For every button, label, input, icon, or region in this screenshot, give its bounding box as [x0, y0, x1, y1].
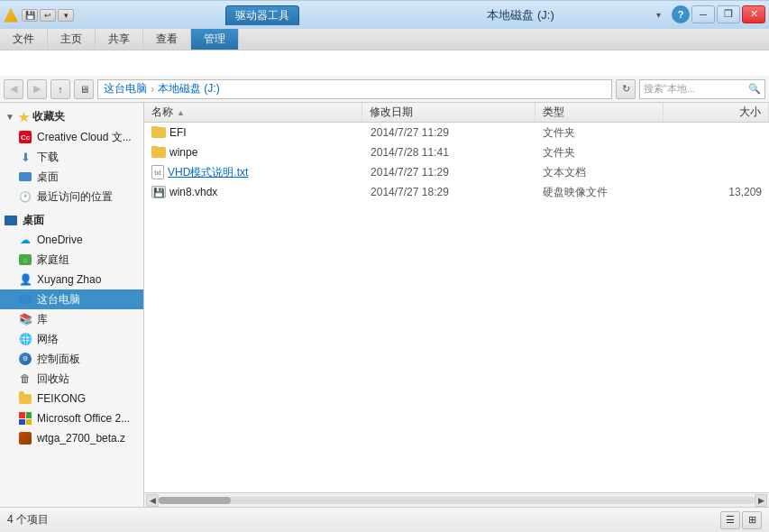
back-btn[interactable]: ◀ — [4, 79, 23, 99]
sidebar-item-cc[interactable]: Cc Creative Cloud 文... — [0, 127, 143, 147]
tab-home[interactable]: 主页 — [48, 29, 96, 50]
view-detail-btn[interactable]: ☰ — [720, 511, 740, 529]
search-placeholder: 搜索"本地... — [644, 82, 695, 96]
sidebar-item-control[interactable]: ⚙ 控制面板 — [0, 349, 143, 369]
file-row-winpe[interactable]: winpe 2014/7/28 11:41 文件夹 — [144, 142, 769, 162]
file-name-winpe: winpe — [169, 146, 197, 159]
file-date-winpe: 2014/7/28 11:41 — [367, 146, 539, 159]
scroll-left-btn[interactable]: ◀ — [146, 494, 159, 507]
ribbon-collapse-btn[interactable]: ▾ — [650, 5, 666, 25]
path-drive[interactable]: 本地磁盘 (J:) — [158, 81, 220, 96]
user-label: Xuyang Zhao — [37, 273, 101, 286]
sidebar-item-msoffice[interactable]: Microsoft Office 2... — [0, 408, 143, 428]
sidebar-section-favorites[interactable]: ▼ ★ 收藏夹 — [0, 106, 143, 127]
wtga-icon — [18, 431, 32, 445]
content-area: 名称 ▲ 修改日期 类型 大小 EFI 2014/7/27 11:29 文件夹 … — [144, 103, 769, 507]
homegroup-icon: ⌂ — [18, 252, 32, 267]
sidebar-item-onedrive[interactable]: ☁ OneDrive — [0, 230, 143, 250]
view-large-btn[interactable]: ⊞ — [742, 511, 762, 529]
up-btn[interactable]: ↑ — [50, 79, 70, 99]
sidebar-desktop-header[interactable]: 桌面 — [0, 210, 143, 230]
file-date-win8vhd: 2014/7/27 18:29 — [367, 186, 539, 198]
restore-btn[interactable]: ❒ — [717, 5, 740, 23]
status-count: 4 个项目 — [7, 512, 720, 527]
col-name-arrow: ▲ — [177, 108, 185, 117]
tab-manage[interactable]: 管理 — [191, 29, 239, 50]
undo-qs-btn[interactable]: ↩ — [40, 9, 56, 22]
window-controls: ▾ ? ─ ❒ ✕ — [650, 5, 765, 25]
scroll-track[interactable] — [159, 497, 755, 504]
file-row-vhd-txt[interactable]: txt VHD模式说明.txt 2014/7/27 11:29 文本文档 — [144, 162, 769, 182]
feikong-icon — [18, 391, 32, 406]
tab-share[interactable]: 共享 — [96, 29, 143, 50]
sidebar-item-desktop-fav[interactable]: 桌面 — [0, 167, 143, 187]
title-bar: 💾 ↩ ▾ 驱动器工具 本地磁盘 (J:) ▾ ? ─ ❒ ✕ — [0, 0, 769, 29]
file-type-efi: 文件夹 — [539, 125, 664, 141]
lib-label: 库 — [37, 312, 48, 327]
close-btn[interactable]: ✕ — [742, 5, 765, 23]
sidebar-item-download[interactable]: ⬇ 下载 — [0, 147, 143, 167]
col-date-btn[interactable]: 修改日期 — [362, 103, 536, 122]
sidebar-item-user[interactable]: 👤 Xuyang Zhao — [0, 270, 143, 289]
path-thispc[interactable]: 这台电脑 — [104, 81, 147, 96]
main-layout: ▼ ★ 收藏夹 Cc Creative Cloud 文... ⬇ 下载 桌面 🕐… — [0, 103, 769, 507]
sidebar-item-wtga[interactable]: wtga_2700_beta.z — [0, 428, 143, 448]
sidebar-item-thispc[interactable]: 这台电脑 — [0, 289, 143, 309]
feikong-label: FEIKONG — [37, 392, 86, 405]
thispc-label: 这台电脑 — [37, 292, 80, 307]
col-name-btn[interactable]: 名称 ▲ — [144, 103, 362, 122]
forward-btn[interactable]: ▶ — [27, 79, 47, 99]
onedrive-icon: ☁ — [18, 233, 32, 247]
sidebar-item-recent[interactable]: 🕐 最近访问的位置 — [0, 187, 143, 206]
folder-icon-efi — [151, 127, 166, 138]
onedrive-label: OneDrive — [37, 234, 83, 246]
address-path[interactable]: 这台电脑 › 本地磁盘 (J:) — [97, 79, 612, 99]
sidebar-item-network[interactable]: 🌐 网络 — [0, 329, 143, 349]
col-type-btn[interactable]: 类型 — [536, 103, 664, 122]
sidebar-item-feikong[interactable]: FEIKONG — [0, 389, 143, 408]
column-header: 名称 ▲ 修改日期 类型 大小 — [144, 103, 769, 123]
minimize-btn[interactable]: ─ — [691, 5, 715, 23]
favorites-star-icon: ★ — [18, 110, 30, 124]
folder-icon-winpe — [151, 147, 166, 158]
customize-qs-btn[interactable]: ▾ — [58, 9, 74, 22]
cc-icon: Cc — [18, 130, 32, 144]
wtga-label: wtga_2700_beta.z — [37, 432, 125, 445]
scroll-thumb[interactable] — [159, 497, 231, 504]
refresh-btn[interactable]: ↻ — [616, 79, 636, 99]
desktop-header-label: 桌面 — [23, 213, 44, 228]
location-icon-btn[interactable]: 🖥 — [74, 79, 94, 99]
address-bar: ◀ ▶ ↑ 🖥 这台电脑 › 本地磁盘 (J:) ↻ 搜索"本地... 🔍 — [0, 76, 769, 103]
file-row-efi[interactable]: EFI 2014/7/27 11:29 文件夹 — [144, 123, 769, 142]
title-bar-left: 💾 ↩ ▾ — [4, 8, 133, 23]
tab-driver-tools[interactable]: 驱动器工具 — [225, 5, 299, 25]
network-icon: 🌐 — [18, 332, 32, 346]
tab-area: 驱动器工具 — [133, 5, 391, 25]
file-date-efi: 2014/7/27 11:29 — [367, 126, 539, 139]
network-label: 网络 — [37, 332, 59, 347]
help-btn[interactable]: ? — [672, 5, 690, 23]
sidebar-item-homegroup[interactable]: ⌂ 家庭组 — [0, 250, 143, 270]
scroll-right-btn[interactable]: ▶ — [755, 494, 767, 507]
view-buttons: ☰ ⊞ — [720, 511, 762, 529]
homegroup-label: 家庭组 — [37, 252, 69, 268]
quick-access-toolbar: 💾 ↩ ▾ — [22, 9, 74, 22]
ribbon-content — [0, 50, 769, 76]
save-qs-btn[interactable]: 💾 — [22, 9, 38, 22]
tab-view[interactable]: 查看 — [143, 29, 191, 50]
col-size-btn[interactable]: 大小 — [664, 103, 769, 122]
search-icon[interactable]: 🔍 — [748, 83, 761, 95]
recent-label: 最近访问的位置 — [37, 189, 113, 205]
ribbon-tabs: 文件 主页 共享 查看 管理 — [0, 29, 769, 50]
control-label: 控制面板 — [37, 352, 80, 367]
sidebar-item-trash[interactable]: 🗑 回收站 — [0, 369, 143, 389]
file-row-win8vhd[interactable]: win8.vhdx 2014/7/27 18:29 硬盘映像文件 13,209 — [144, 182, 769, 202]
vhd-icon-win8 — [151, 186, 166, 198]
trash-icon: 🗑 — [18, 371, 32, 386]
sidebar-item-lib[interactable]: 📚 库 — [0, 309, 143, 329]
sidebar: ▼ ★ 收藏夹 Cc Creative Cloud 文... ⬇ 下载 桌面 🕐… — [0, 103, 144, 507]
file-type-vhdtxt: 文本文档 — [539, 165, 664, 180]
tab-file[interactable]: 文件 — [0, 29, 48, 50]
cc-label: Creative Cloud 文... — [37, 130, 132, 145]
status-bar: 4 个项目 ☰ ⊞ — [0, 507, 769, 532]
